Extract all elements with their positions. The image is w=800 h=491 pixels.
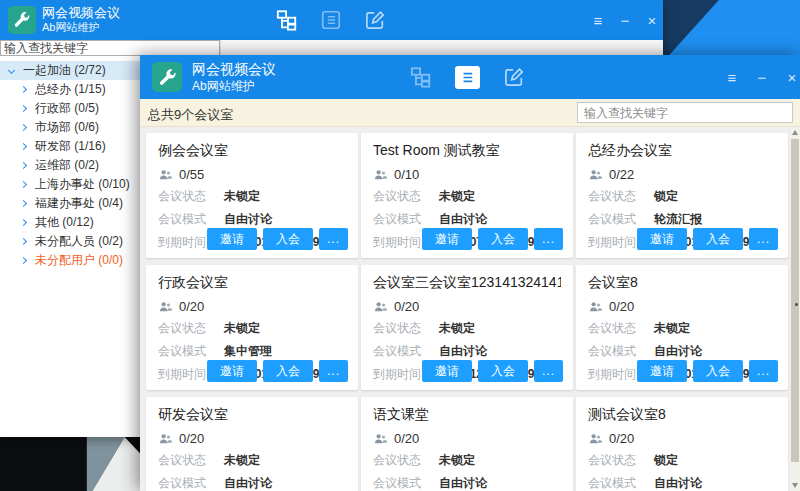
room-count-summary: 总共9个会议室 bbox=[148, 106, 233, 124]
invite-button[interactable]: 邀请 bbox=[637, 228, 687, 250]
join-button[interactable]: 入会 bbox=[693, 228, 743, 250]
join-button[interactable]: 入会 bbox=[693, 360, 743, 382]
mode-value: 自由讨论 bbox=[654, 343, 702, 360]
minimize-icon[interactable]: − bbox=[617, 13, 633, 28]
edit-icon[interactable] bbox=[503, 66, 525, 88]
org-chart-icon[interactable] bbox=[410, 66, 432, 88]
more-button[interactable]: ... bbox=[319, 360, 348, 382]
room-actions: 邀请 入会 ... bbox=[207, 360, 348, 382]
close-icon[interactable]: × bbox=[644, 13, 660, 28]
wrench-icon bbox=[157, 67, 177, 87]
room-card: 例会会议室 0/55 会议状态 未锁定 会议模式 自由讨论 到期时间 2028-… bbox=[146, 133, 358, 258]
room-search-input[interactable] bbox=[577, 102, 793, 123]
more-button[interactable]: ... bbox=[534, 360, 563, 382]
scrollbar-down-arrow[interactable] bbox=[792, 483, 798, 488]
room-occupancy-row: 0/22 bbox=[588, 167, 776, 182]
people-icon bbox=[373, 167, 388, 182]
app-title: 网会视频会议 bbox=[192, 61, 276, 79]
front-header-icons bbox=[410, 55, 525, 99]
room-card-grid: 例会会议室 0/55 会议状态 未锁定 会议模式 自由讨论 到期时间 2028-… bbox=[140, 127, 800, 491]
people-icon bbox=[588, 299, 603, 314]
room-name: 研发会议室 bbox=[158, 406, 346, 424]
join-button[interactable]: 入会 bbox=[478, 228, 528, 250]
status-value: 未锁定 bbox=[224, 320, 260, 337]
chevron-icon bbox=[20, 219, 27, 226]
chevron-icon bbox=[8, 67, 15, 74]
room-occupancy: 0/20 bbox=[394, 431, 419, 446]
sidebar-search-input[interactable] bbox=[0, 40, 220, 56]
scrollbar-thumb[interactable] bbox=[791, 139, 799, 462]
join-button[interactable]: 入会 bbox=[263, 360, 313, 382]
room-mode-row: 会议模式 自由讨论 bbox=[588, 475, 776, 491]
invite-button[interactable]: 邀请 bbox=[422, 228, 472, 250]
room-name: 行政会议室 bbox=[158, 274, 346, 292]
room-status-row: 会议状态 未锁定 bbox=[588, 320, 776, 337]
minimize-icon[interactable]: − bbox=[754, 70, 770, 85]
status-value: 未锁定 bbox=[224, 188, 260, 205]
list-icon[interactable] bbox=[320, 9, 342, 31]
more-button[interactable]: ... bbox=[749, 228, 778, 250]
room-occupancy-row: 0/20 bbox=[158, 299, 346, 314]
back-window-titlebar: 网会视频会议 Ab网站维护 ≡ − × bbox=[0, 0, 663, 40]
join-button[interactable]: 入会 bbox=[478, 360, 528, 382]
status-label: 会议状态 bbox=[588, 452, 646, 469]
status-label: 会议状态 bbox=[373, 320, 431, 337]
room-mode-row: 会议模式 自由讨论 bbox=[158, 211, 346, 228]
chevron-icon bbox=[20, 124, 27, 131]
mode-label: 会议模式 bbox=[588, 343, 646, 360]
chevron-icon bbox=[20, 86, 27, 93]
room-occupancy-row: 0/10 bbox=[373, 167, 561, 182]
room-actions: 邀请 入会 ... bbox=[637, 360, 778, 382]
org-chart-icon[interactable] bbox=[276, 9, 298, 31]
edit-icon[interactable] bbox=[364, 9, 386, 31]
back-window-titles: 网会视频会议 Ab网站维护 bbox=[42, 5, 120, 35]
app-subtitle: Ab网站维护 bbox=[42, 21, 120, 35]
mode-value: 自由讨论 bbox=[439, 211, 487, 228]
menu-icon[interactable]: ≡ bbox=[590, 13, 606, 28]
mode-value: 集中管理 bbox=[224, 343, 272, 360]
scrollbar-up-arrow[interactable] bbox=[792, 130, 798, 135]
status-label: 会议状态 bbox=[373, 188, 431, 205]
scrollbar-grip bbox=[795, 303, 798, 306]
more-button[interactable]: ... bbox=[534, 228, 563, 250]
invite-button[interactable]: 邀请 bbox=[207, 228, 257, 250]
scrollbar[interactable] bbox=[790, 127, 800, 491]
tree-item-label: 一起加油 (2/72) bbox=[23, 62, 106, 79]
mode-label: 会议模式 bbox=[158, 475, 216, 491]
room-status-row: 会议状态 未锁定 bbox=[373, 320, 561, 337]
room-list-area: 例会会议室 0/55 会议状态 未锁定 会议模式 自由讨论 到期时间 2028-… bbox=[140, 127, 800, 491]
mode-value: 自由讨论 bbox=[439, 343, 487, 360]
room-occupancy: 0/20 bbox=[394, 299, 419, 314]
room-card: 语文课堂 0/20 会议状态 未锁定 会议模式 自由讨论 到期时间 2022-0… bbox=[361, 397, 573, 491]
invite-button[interactable]: 邀请 bbox=[637, 360, 687, 382]
invite-button[interactable]: 邀请 bbox=[207, 360, 257, 382]
room-name: 测试会议室8 bbox=[588, 406, 776, 424]
app-logo bbox=[8, 6, 36, 34]
more-button[interactable]: ... bbox=[319, 228, 348, 250]
status-value: 未锁定 bbox=[654, 320, 690, 337]
list-icon-selected[interactable] bbox=[455, 66, 480, 89]
room-card: 总经办会议室 0/22 会议状态 锁定 会议模式 轮流汇报 到期时间 2022-… bbox=[576, 133, 788, 258]
status-label: 会议状态 bbox=[158, 188, 216, 205]
invite-button[interactable]: 邀请 bbox=[422, 360, 472, 382]
room-mode-row: 会议模式 轮流汇报 bbox=[588, 211, 776, 228]
room-name: 会议室8 bbox=[588, 274, 776, 292]
people-icon bbox=[588, 431, 603, 446]
mode-value: 自由讨论 bbox=[224, 211, 272, 228]
join-button[interactable]: 入会 bbox=[263, 228, 313, 250]
more-button[interactable]: ... bbox=[749, 360, 778, 382]
mode-value: 自由讨论 bbox=[439, 475, 487, 491]
room-mode-row: 会议模式 集中管理 bbox=[158, 343, 346, 360]
close-icon[interactable]: × bbox=[784, 70, 800, 85]
people-icon bbox=[158, 299, 173, 314]
wrench-icon bbox=[12, 10, 31, 29]
room-name: 总经办会议室 bbox=[588, 142, 776, 160]
tree-item-label: 研发部 (1/16) bbox=[35, 138, 106, 155]
status-label: 会议状态 bbox=[588, 320, 646, 337]
mode-label: 会议模式 bbox=[588, 211, 646, 228]
room-mode-row: 会议模式 自由讨论 bbox=[158, 475, 346, 491]
menu-icon[interactable]: ≡ bbox=[724, 70, 740, 85]
tree-item-label: 未分配人员 (0/2) bbox=[35, 233, 123, 250]
room-actions: 邀请 入会 ... bbox=[637, 228, 778, 250]
room-occupancy: 0/20 bbox=[609, 431, 634, 446]
